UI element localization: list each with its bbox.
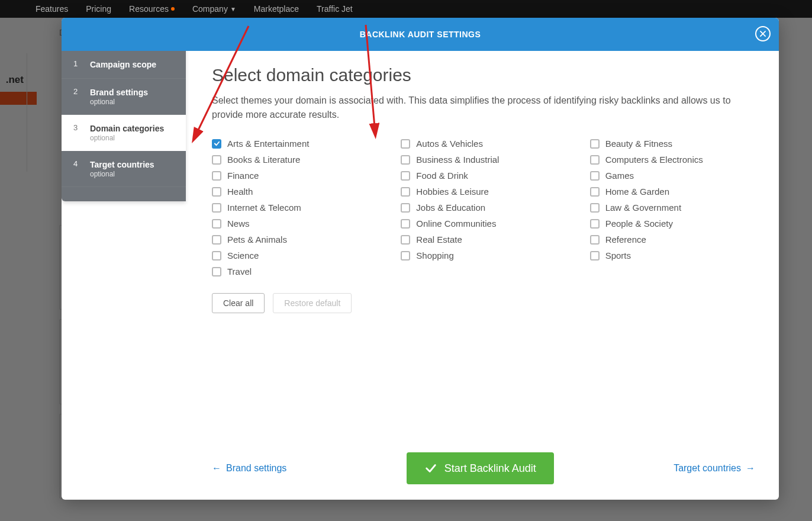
step-number: 3 [73,123,82,142]
checkbox[interactable] [401,203,410,213]
checkbox[interactable] [401,219,410,229]
step-label: Domain categories [90,124,164,133]
category-label: Health [227,186,253,197]
checkbox[interactable] [212,139,221,149]
nav-marketplace[interactable]: Marketplace [254,4,299,14]
wizard-step-3[interactable]: 3 Domain categories optional [62,115,186,151]
category-checkbox-item[interactable]: Travel [212,266,377,276]
arrow-left-icon: ← [212,463,221,474]
category-checkbox-item[interactable]: Science [212,250,377,260]
section-description: Select themes your domain is associated … [212,94,733,122]
checkbox[interactable] [212,219,221,229]
checkbox[interactable] [590,139,600,149]
prev-step-link[interactable]: ← Brand settings [212,463,286,474]
backlink-audit-settings-modal: BACKLINK AUDIT SETTINGS 1 Campaign scope… [62,18,779,500]
category-checkbox-item[interactable]: Hobbies & Leisure [401,186,566,197]
step-number: 2 [73,87,82,106]
category-checkbox-item[interactable]: Business & Industrial [401,155,566,165]
checkbox[interactable] [212,203,221,213]
category-label: Hobbies & Leisure [416,186,489,197]
category-label: Sports [605,250,631,260]
checkbox[interactable] [212,251,221,260]
step-optional-label: optional [90,170,154,178]
category-checkbox-item[interactable]: Arts & Entertainment [212,139,377,149]
checkbox[interactable] [212,267,221,276]
step-label: Brand settings [90,88,148,97]
arrow-right-icon: → [746,463,755,474]
category-checkbox-item[interactable]: News [212,218,377,229]
nav-trafficjet[interactable]: Traffic Jet [317,4,353,14]
category-checkbox-item[interactable]: Games [590,171,755,181]
checkbox[interactable] [590,155,600,165]
checkbox[interactable] [401,155,410,165]
top-nav: Features Pricing Resources Company ▼ Mar… [0,0,812,18]
category-checkbox-item[interactable]: Finance [212,171,377,181]
category-checkbox-item[interactable]: Autos & Vehicles [401,139,566,149]
next-step-link[interactable]: Target countries → [674,463,755,474]
category-label: Beauty & Fitness [605,139,672,149]
category-label: Internet & Telecom [227,202,301,213]
category-checkbox-item[interactable]: Online Communities [401,218,566,229]
category-checkbox-item[interactable]: Health [212,186,377,197]
close-button[interactable] [755,26,771,41]
category-checkbox-item[interactable]: People & Society [590,218,755,229]
wizard-step-4[interactable]: 4 Target countries optional [62,151,186,187]
checkbox[interactable] [401,235,410,245]
category-label: News [227,218,250,229]
checkbox[interactable] [212,235,221,245]
nav-resources[interactable]: Resources [129,4,175,14]
category-checkbox-item[interactable]: Law & Government [590,202,755,213]
category-label: Home & Garden [605,186,669,197]
checkbox[interactable] [212,171,221,181]
checkbox[interactable] [590,251,600,260]
category-checkbox-item[interactable]: Beauty & Fitness [590,139,755,149]
restore-default-button[interactable]: Restore default [273,293,352,313]
category-checkbox-item[interactable]: Shopping [401,250,566,260]
checkbox[interactable] [590,203,600,213]
clear-all-button[interactable]: Clear all [212,293,265,313]
wizard-step-1[interactable]: 1 Campaign scope [62,51,186,79]
nav-features[interactable]: Features [36,4,68,14]
category-checkbox-item[interactable]: Internet & Telecom [212,202,377,213]
check-icon [424,462,437,475]
category-label: Autos & Vehicles [416,139,483,149]
checkbox[interactable] [212,187,221,197]
category-label: People & Society [605,218,673,229]
close-icon [759,30,767,38]
step-label: Target countries [90,160,154,169]
category-checkbox-item[interactable]: Real Estate [401,234,566,245]
category-checkbox-item[interactable]: Computers & Electronics [590,155,755,165]
category-checkbox-item[interactable]: Jobs & Education [401,202,566,213]
checkmark-icon [214,140,220,147]
checkbox[interactable] [401,171,410,181]
category-label: Pets & Animals [227,234,287,245]
category-checkbox-item[interactable]: Books & Literature [212,155,377,165]
category-checkbox-item[interactable]: Sports [590,250,755,260]
step-optional-label: optional [90,98,148,106]
checkbox[interactable] [401,139,410,149]
nav-company[interactable]: Company ▼ [192,4,236,14]
wizard-step-2[interactable]: 2 Brand settings optional [62,79,186,115]
category-label: Law & Government [605,202,681,213]
step-number: 1 [73,59,82,70]
checkbox[interactable] [590,219,600,229]
checkbox[interactable] [590,235,600,245]
category-checkbox-item[interactable]: Home & Garden [590,186,755,197]
category-checkbox-item[interactable]: Pets & Animals [212,234,377,245]
checkbox[interactable] [590,171,600,181]
category-label: Travel [227,266,252,276]
checkbox[interactable] [401,187,410,197]
nav-pricing[interactable]: Pricing [86,4,111,14]
checkbox[interactable] [212,155,221,165]
modal-body: Select domain categories Select themes y… [186,18,779,500]
category-label: Arts & Entertainment [227,139,309,149]
start-backlink-audit-button[interactable]: Start Backlink Audit [407,452,554,484]
checkbox[interactable] [401,251,410,260]
category-checkbox-item[interactable]: Food & Drink [401,171,566,181]
category-label: Shopping [416,250,453,260]
step-number: 4 [73,159,82,178]
checkbox[interactable] [590,187,600,197]
step-optional-label: optional [90,134,164,142]
category-checkbox-item[interactable]: Reference [590,234,755,245]
chevron-down-icon: ▼ [230,6,236,12]
